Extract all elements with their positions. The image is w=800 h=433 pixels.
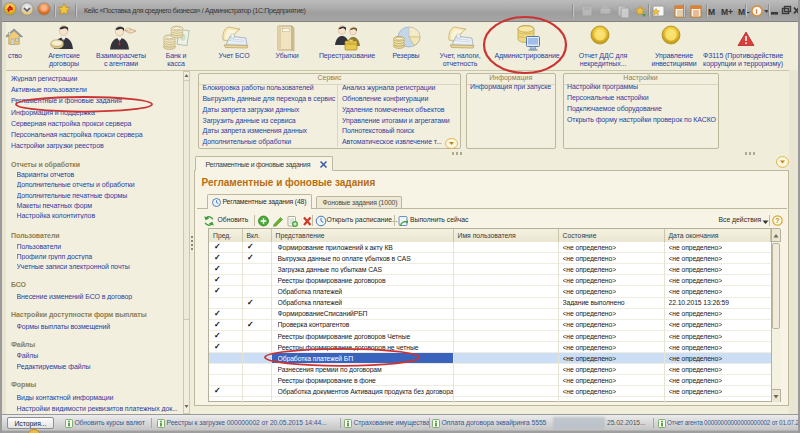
svg-text:?: ? <box>775 217 779 224</box>
svg-text:M: M <box>708 7 715 17</box>
svg-text:i: i <box>756 7 758 16</box>
svg-text:M+: M+ <box>721 7 733 17</box>
